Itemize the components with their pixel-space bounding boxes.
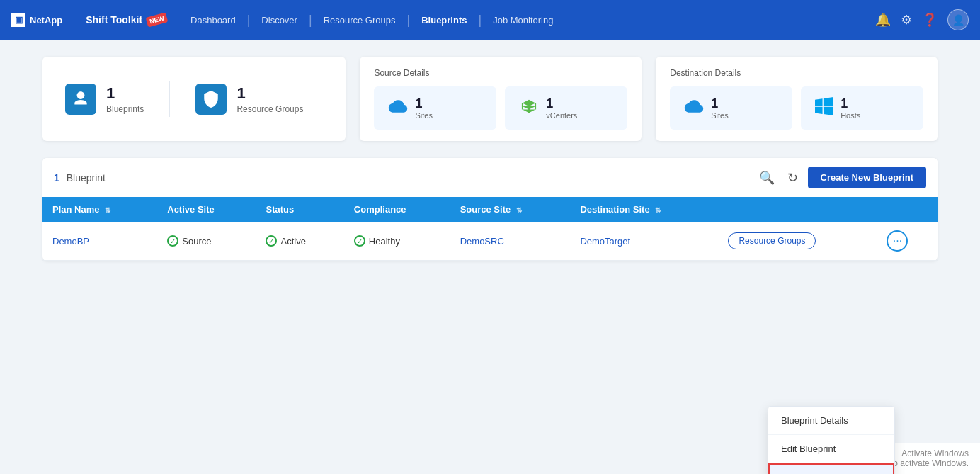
nav-resource-groups[interactable]: Resource Groups [312, 0, 407, 40]
cell-source-site: DemoSRC [450, 222, 571, 261]
source-sites-info: 1 Sites [415, 96, 432, 120]
navbar-actions: 🔔 ⚙ ❓ 👤 [875, 9, 969, 30]
source-cloud-icon [388, 98, 408, 118]
refresh-button[interactable]: ↻ [785, 167, 801, 188]
more-options-button[interactable]: ··· [887, 230, 908, 252]
col-destination-site: Destination Site ⇅ [570, 197, 718, 222]
nav-dashboard[interactable]: Dashboard [179, 0, 247, 40]
main-content: 1 Blueprints 1 Resource Groups Source De [0, 40, 980, 278]
compliance-dot: ✓ [354, 235, 365, 247]
help-icon[interactable]: ❓ [922, 12, 938, 28]
gear-icon[interactable]: ⚙ [901, 12, 912, 28]
netapp-logo: ▣ NetApp [11, 13, 62, 27]
dropdown-blueprint-details[interactable]: Blueprint Details [768, 407, 894, 435]
destination-site-link[interactable]: DemoTarget [580, 236, 630, 247]
source-detail-items: 1 Sites 1 vCenters [374, 86, 627, 130]
nav-links: Dashboard | Discover | Resource Groups |… [179, 0, 875, 40]
col-actions1 [718, 197, 877, 222]
destination-sites-count: 1 [711, 96, 728, 111]
search-button[interactable]: 🔍 [756, 167, 777, 188]
destination-details-card: Destination Details 1 Sites [656, 57, 938, 141]
new-badge: NEW [146, 12, 169, 27]
sort-icon-plan: ⇅ [105, 206, 110, 214]
cell-more-btn: ··· [877, 222, 938, 261]
stats-row: 1 Blueprints 1 Resource Groups Source De [42, 57, 938, 141]
dropdown-edit-blueprint[interactable]: Edit Blueprint [768, 435, 894, 463]
nav-discover[interactable]: Discover [250, 0, 309, 40]
cell-compliance: ✓ Healthy [344, 222, 450, 261]
hosts-count: 1 [841, 96, 860, 111]
source-site-link[interactable]: DemoSRC [460, 236, 504, 247]
bell-icon[interactable]: 🔔 [875, 12, 891, 28]
cell-active-site: ✓ Source [157, 222, 256, 261]
summary-card: 1 Blueprints 1 Resource Groups [42, 57, 346, 141]
col-active-site: Active Site [157, 197, 256, 222]
resource-groups-text: 1 Resource Groups [237, 84, 303, 114]
cell-resource-groups-btn: Resource Groups [718, 222, 877, 261]
hosts-item: 1 Hosts [801, 86, 923, 130]
hosts-label: Hosts [841, 111, 860, 120]
resource-groups-label: Resource Groups [237, 104, 303, 114]
resource-groups-summary: 1 Resource Groups [176, 84, 323, 115]
blueprint-count: 1 Blueprint [54, 172, 106, 184]
col-actions2 [877, 197, 938, 222]
table-header-row: Plan Name ⇅ Active Site Status Complianc… [42, 197, 938, 222]
shift-toolkit-label: Shift Toolkit [86, 14, 142, 26]
cell-plan-name: DemoBP [42, 222, 157, 261]
table-actions: 🔍 ↻ Create New Blueprint [756, 167, 926, 188]
destination-detail-items: 1 Sites 1 Hosts [670, 86, 923, 130]
cell-destination-site: DemoTarget [570, 222, 718, 261]
destination-sites-info: 1 Sites [711, 96, 728, 120]
resource-groups-count: 1 [237, 84, 303, 103]
source-sites-label: Sites [415, 111, 432, 120]
compliance-text: Healthy [369, 236, 400, 247]
table-header-bar: 1 Blueprint 🔍 ↻ Create New Blueprint [42, 158, 938, 197]
user-avatar[interactable]: 👤 [947, 9, 969, 30]
destination-details-title: Destination Details [670, 68, 923, 78]
resource-groups-button[interactable]: Resource Groups [728, 232, 816, 249]
nav-blueprints[interactable]: Blueprints [410, 0, 478, 40]
shift-toolkit-badge: Shift Toolkit NEW [86, 14, 167, 26]
vcenter-icon [519, 98, 539, 118]
cell-status: ✓ Active [256, 222, 343, 261]
col-compliance: Compliance [344, 197, 450, 222]
create-blueprint-button[interactable]: Create New Blueprint [808, 167, 926, 188]
source-details-title: Source Details [374, 68, 627, 78]
status-badge: ✓ Active [266, 235, 334, 247]
blueprints-summary: 1 Blueprints [65, 84, 164, 115]
destination-cloud-icon [684, 98, 704, 118]
status-dot: ✓ [266, 235, 277, 247]
col-source-site: Source Site ⇅ [450, 197, 571, 222]
blueprints-text: 1 Blueprints [106, 84, 144, 114]
nav-divider [173, 9, 173, 30]
windows-icon [815, 97, 833, 120]
vcenters-label: vCenters [546, 111, 577, 120]
col-plan-name: Plan Name ⇅ [42, 197, 157, 222]
sort-icon-source: ⇅ [516, 206, 522, 214]
plan-name-link[interactable]: DemoBP [52, 236, 89, 247]
compliance-badge: ✓ Healthy [354, 235, 440, 247]
destination-sites-item: 1 Sites [670, 86, 792, 130]
dropdown-migrate[interactable]: Migrate [768, 463, 894, 474]
blueprints-icon [65, 84, 96, 115]
blueprint-table: Plan Name ⇅ Active Site Status Complianc… [42, 197, 938, 261]
status-text: Active [280, 236, 305, 247]
blueprints-count: 1 [106, 84, 144, 103]
nav-job-monitoring[interactable]: Job Monitoring [482, 0, 564, 40]
source-sites-count: 1 [415, 96, 432, 111]
source-sites-item: 1 Sites [374, 86, 496, 130]
table-row: DemoBP ✓ Source ✓ Active [42, 222, 938, 261]
destination-sites-label: Sites [711, 111, 728, 120]
resource-groups-icon [195, 84, 227, 115]
dropdown-menu: Blueprint Details Edit Blueprint Migrate… [768, 406, 895, 474]
active-site-dot: ✓ [167, 235, 178, 247]
table-section: 1 Blueprint 🔍 ↻ Create New Blueprint Pla… [42, 158, 938, 261]
navbar: ▣ NetApp Shift Toolkit NEW Dashboard | D… [0, 0, 980, 40]
source-details-card: Source Details 1 Sites [360, 57, 642, 141]
active-site-text: Source [182, 236, 211, 247]
sort-icon-destination: ⇅ [655, 206, 661, 214]
blueprint-num: 1 [54, 172, 59, 184]
vcenters-info: 1 vCenters [546, 96, 577, 120]
brand-divider [74, 9, 74, 30]
vcenters-item: 1 vCenters [505, 86, 627, 130]
